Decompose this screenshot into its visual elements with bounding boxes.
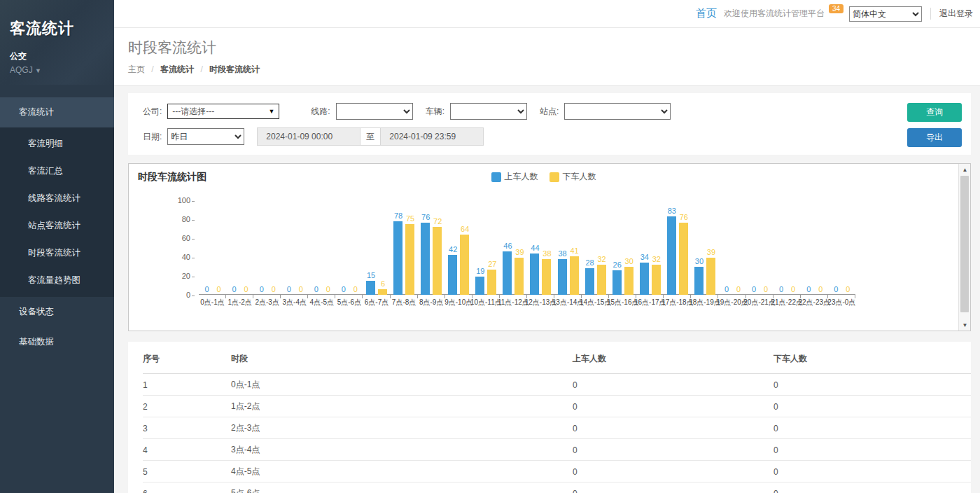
- table-row[interactable]: 32点-3点00: [143, 417, 971, 439]
- bar[interactable]: [405, 224, 414, 295]
- table-cell: 3: [143, 417, 231, 439]
- y-tick-label: 60: [167, 234, 195, 242]
- sidebar-section-passenger-stats[interactable]: 客流统计: [0, 97, 114, 127]
- date-end-input[interactable]: 2024-01-09 23:59: [380, 127, 484, 146]
- sidebar-section-device-status[interactable]: 设备状态: [0, 297, 114, 327]
- app-logo-title: 客流统计: [10, 18, 114, 39]
- logout-link[interactable]: 退出登录: [930, 8, 973, 20]
- bar-group: 837617点-18点: [664, 200, 691, 295]
- sidebar-item-period-stats[interactable]: 时段客流统计: [0, 239, 114, 267]
- x-tick-label: 3点-4点: [283, 298, 307, 307]
- bar[interactable]: [530, 254, 539, 295]
- x-tick-mark: [253, 295, 253, 298]
- home-link[interactable]: 首页: [696, 7, 717, 20]
- bar[interactable]: [558, 259, 567, 295]
- x-tick-label: 9点-10点: [444, 298, 472, 307]
- x-tick-label: 2点-3点: [255, 298, 279, 307]
- sidebar-menu: 客流统计 客流明细 客流汇总 线路客流统计 站点客流统计 时段客流统计 客流量趋…: [0, 97, 114, 357]
- date-preset-select[interactable]: 昨日: [167, 128, 244, 145]
- table-row[interactable]: 54点-5点00: [143, 461, 971, 482]
- table-cell: 4点-5点: [231, 461, 573, 482]
- bar[interactable]: [652, 265, 661, 295]
- table-row[interactable]: 10点-1点00: [143, 374, 971, 396]
- bar-group: 003点-4点: [281, 200, 308, 295]
- table-cell: 0点-1点: [231, 374, 573, 396]
- chart-y-axis: 020406080100: [167, 200, 195, 295]
- y-tick-label: 100: [167, 196, 195, 204]
- bar[interactable]: [597, 265, 606, 295]
- x-tick-label: 5点-6点: [337, 298, 361, 307]
- sidebar-section-base-data[interactable]: 基础数据: [0, 327, 114, 357]
- language-select[interactable]: 简体中文: [849, 6, 922, 22]
- breadcrumb: 主页 / 客流统计 / 时段客流统计: [128, 64, 980, 76]
- sidebar-submenu: 客流明细 客流汇总 线路客流统计 站点客流统计 时段客流统计 客流量趋势图: [0, 127, 114, 297]
- org-code-dropdown[interactable]: AQGJ ▼: [10, 65, 114, 75]
- table-header-row: 序号 时段 上车人数 下车人数: [143, 342, 971, 374]
- sidebar-item-passenger-summary[interactable]: 客流汇总: [0, 158, 114, 185]
- bar[interactable]: [667, 216, 676, 295]
- bar[interactable]: [503, 251, 512, 295]
- station-select[interactable]: [564, 103, 671, 120]
- table-cell: 0: [573, 417, 774, 439]
- bar-group: 001点-2点: [226, 200, 253, 295]
- table-cell: 3点-4点: [231, 439, 573, 461]
- bar[interactable]: [487, 270, 496, 295]
- bar[interactable]: [421, 223, 430, 295]
- topbar: 首页 欢迎使用客流统计管理平台 34 简体中文 退出登录: [114, 0, 980, 28]
- scroll-down-icon[interactable]: ▼: [959, 319, 971, 331]
- sidebar-item-passenger-detail[interactable]: 客流明细: [0, 130, 114, 158]
- bar-group: 263015点-16点: [609, 200, 636, 295]
- x-tick-label: 6点-7点: [365, 298, 388, 307]
- period-stats-table: 序号 时段 上车人数 下车人数 10点-1点0021点-2点0032点-3点00…: [143, 342, 971, 493]
- table-cell: 0: [774, 396, 971, 417]
- sidebar-item-station-stats[interactable]: 站点客流统计: [0, 212, 114, 239]
- bar[interactable]: [433, 227, 442, 295]
- date-start-input[interactable]: 2024-01-09 00:00: [257, 127, 360, 146]
- breadcrumb-current: 时段客流统计: [209, 64, 260, 74]
- sidebar-item-line-stats[interactable]: 线路客流统计: [0, 185, 114, 212]
- bar-group: 283214点-15点: [582, 200, 609, 295]
- table-row[interactable]: 21点-2点00: [143, 396, 971, 417]
- table-cell: 0: [774, 374, 971, 396]
- bar[interactable]: [585, 268, 594, 295]
- x-tick-mark: [417, 295, 418, 298]
- breadcrumb-home[interactable]: 主页: [128, 64, 145, 74]
- bar-group: 004点-5点: [308, 200, 335, 295]
- breadcrumb-parent[interactable]: 客流统计: [160, 64, 194, 74]
- vehicle-select[interactable]: [450, 103, 527, 120]
- chart-scrollbar[interactable]: ▲ ▼: [958, 164, 970, 331]
- scrollbar-thumb[interactable]: [960, 176, 969, 312]
- bar[interactable]: [448, 255, 457, 295]
- bar[interactable]: [542, 259, 551, 295]
- bar[interactable]: [694, 267, 704, 296]
- filter-panel: 公司: ---请选择--- ▼ 线路: 车辆: 站点: 日期: 昨日 2024-…: [128, 93, 971, 155]
- export-button[interactable]: 导出: [907, 128, 962, 147]
- table-row[interactable]: 43点-4点00: [143, 439, 971, 461]
- scroll-up-icon[interactable]: ▲: [959, 164, 971, 175]
- x-tick-label: 1点-2点: [227, 298, 251, 307]
- bar[interactable]: [640, 263, 649, 295]
- x-tick-mark: [307, 295, 308, 298]
- query-button[interactable]: 查询: [907, 103, 962, 122]
- date-to-label: 至: [360, 127, 380, 146]
- bar-group: 0020点-21点: [746, 200, 774, 295]
- table-cell: 0: [573, 482, 774, 493]
- header-period: 时段: [231, 342, 573, 374]
- x-tick-label: 4点-5点: [310, 298, 334, 307]
- bar[interactable]: [460, 235, 469, 295]
- bar[interactable]: [514, 258, 524, 295]
- bar[interactable]: [393, 221, 402, 295]
- notification-badge[interactable]: 34: [829, 4, 844, 13]
- bar[interactable]: [612, 270, 622, 295]
- vehicle-label: 车辆:: [426, 106, 444, 118]
- company-select[interactable]: ---请选择--- ▼: [167, 104, 279, 119]
- table-row[interactable]: 65点-6点00: [143, 482, 971, 493]
- bar[interactable]: [378, 289, 387, 295]
- legend-boarding[interactable]: 上车人数: [491, 171, 538, 183]
- bar[interactable]: [624, 267, 634, 296]
- line-select[interactable]: [336, 103, 413, 120]
- legend-alighting[interactable]: 下车人数: [550, 171, 596, 183]
- bar[interactable]: [475, 277, 484, 295]
- x-tick-mark: [225, 295, 226, 298]
- sidebar-item-trend-chart[interactable]: 客流量趋势图: [0, 267, 114, 294]
